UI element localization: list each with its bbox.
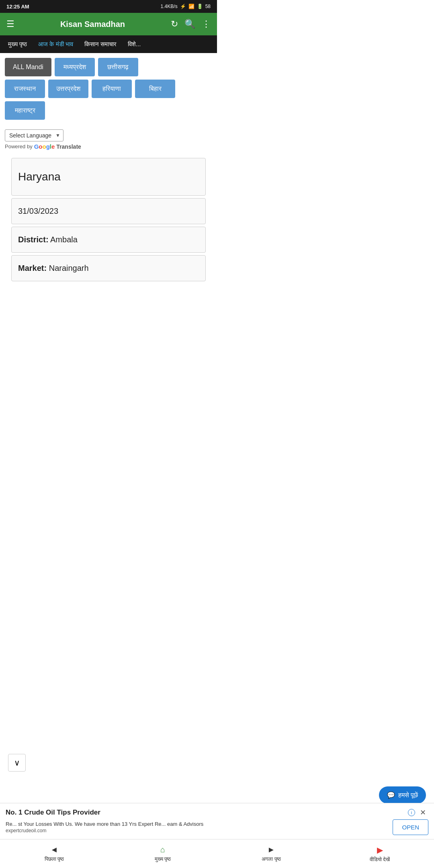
status-bar: 12:25 AM 1.4KB/s ⚡ 📶 🔋 58 (0, 0, 217, 13)
network-speed: 1.4KB/s (161, 4, 178, 9)
region-all-mandi[interactable]: ALL Mandi (5, 58, 51, 76)
battery-icon: 🔋 (197, 4, 203, 9)
battery-level: 58 (205, 4, 211, 9)
language-section: Select Language ▼ Powered by Google Tran… (0, 126, 217, 151)
status-icons: 1.4KB/s ⚡ 📶 🔋 58 (161, 4, 211, 9)
status-time: 12:25 AM (6, 4, 29, 10)
tab-news[interactable]: किसान समाचार (80, 37, 121, 51)
tab-home[interactable]: मुख्य पृष्ठ (3, 37, 32, 51)
region-bih[interactable]: बिहार (135, 80, 175, 98)
app-bar: ☰ Kisan Samadhan ↻ 🔍 ⋮ (0, 13, 217, 35)
language-select[interactable]: Select Language (5, 129, 63, 141)
date-value: 31/03/2023 (18, 207, 58, 215)
market-box: Market: Naraingarh (11, 255, 206, 281)
language-select-wrap[interactable]: Select Language ▼ (5, 129, 63, 141)
region-row-1: ALL Mandi मध्यप्रदेश छत्तीसगढ़ (5, 58, 212, 76)
powered-by-text: Powered by (5, 143, 33, 149)
district-value: Ambala (50, 235, 78, 244)
app-title: Kisan Samadhan (21, 20, 164, 29)
market-label: Market: (18, 264, 47, 272)
region-row-3: महाराष्ट्र (5, 101, 212, 120)
region-har[interactable]: हरियाणा (92, 80, 132, 98)
tab-special[interactable]: विशे... (123, 37, 146, 51)
state-name-box: Haryana (11, 158, 206, 196)
signal-icon: 📶 (188, 4, 194, 9)
refresh-icon[interactable]: ↻ (171, 19, 178, 29)
state-name: Haryana (18, 170, 61, 183)
region-section: ALL Mandi मध्यप्रदेश छत्तीसगढ़ राजस्थान … (0, 53, 217, 126)
tab-mandi[interactable]: आज के मंडी भाव (33, 37, 78, 51)
region-row-2: राजस्थान उत्तरप्रदेश हरियाणा बिहार (5, 80, 212, 98)
google-logo: Google (34, 143, 55, 150)
menu-icon[interactable]: ☰ (6, 19, 14, 29)
search-icon[interactable]: 🔍 (184, 19, 195, 29)
nav-tabs: मुख्य पृष्ठ आज के मंडी भाव किसान समाचार … (0, 35, 217, 53)
translate-label: Translate (56, 143, 81, 150)
district-box: District: Ambala (11, 227, 206, 253)
bluetooth-icon: ⚡ (180, 4, 186, 9)
market-value: Naraingarh (49, 264, 89, 272)
powered-by: Powered by Google Translate (5, 143, 212, 150)
district-label: District: (18, 235, 49, 244)
region-mah[interactable]: महाराष्ट्र (5, 101, 45, 120)
date-box: 31/03/2023 (11, 198, 206, 224)
content-area: Haryana 31/03/2023 District: Ambala Mark… (11, 158, 206, 281)
region-up[interactable]: उत्तरप्रदेश (48, 80, 88, 98)
region-cg[interactable]: छत्तीसगढ़ (98, 58, 138, 76)
more-icon[interactable]: ⋮ (202, 19, 211, 29)
region-mp[interactable]: मध्यप्रदेश (55, 58, 95, 76)
region-raj[interactable]: राजस्थान (5, 80, 45, 98)
